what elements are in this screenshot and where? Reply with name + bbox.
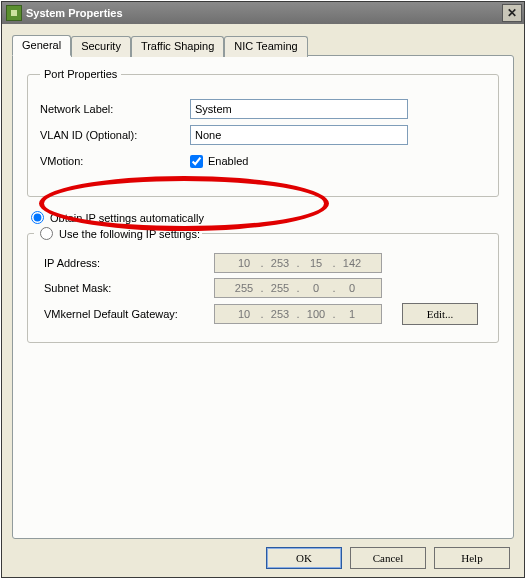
tab-nic-teaming[interactable]: NIC Teaming xyxy=(224,36,307,57)
port-properties-legend: Port Properties xyxy=(40,68,121,80)
window-title: System Properties xyxy=(26,7,123,19)
ok-button[interactable]: OK xyxy=(266,547,342,569)
gateway-field: 10. 253. 100. 1 xyxy=(214,304,382,324)
dialog-window: System Properties ✕ General Security Tra… xyxy=(1,1,525,578)
vmotion-enabled-label: Enabled xyxy=(208,155,248,167)
close-icon[interactable]: ✕ xyxy=(502,4,522,22)
ip-address-field: 10. 253. 15. 142 xyxy=(214,253,382,273)
use-ip-label: Use the following IP settings: xyxy=(59,228,200,240)
tab-security[interactable]: Security xyxy=(71,36,131,57)
app-icon xyxy=(6,5,22,21)
vmotion-label: VMotion: xyxy=(40,155,190,167)
subnet-mask-label: Subnet Mask: xyxy=(34,282,214,294)
port-properties-group: Port Properties Network Label: VLAN ID (… xyxy=(27,68,499,197)
static-ip-group: Use the following IP settings: IP Addres… xyxy=(27,227,499,343)
tab-traffic-shaping[interactable]: Traffic Shaping xyxy=(131,36,224,57)
help-button[interactable]: Help xyxy=(434,547,510,569)
obtain-ip-radio[interactable] xyxy=(31,211,44,224)
obtain-ip-label: Obtain IP settings automatically xyxy=(50,212,204,224)
tab-general[interactable]: General xyxy=(12,35,71,56)
gateway-label: VMkernel Default Gateway: xyxy=(34,308,214,320)
vlan-id-label: VLAN ID (Optional): xyxy=(40,129,190,141)
vlan-id-input[interactable] xyxy=(190,125,408,145)
ip-address-label: IP Address: xyxy=(34,257,214,269)
dialog-buttons: OK Cancel Help xyxy=(12,539,514,569)
edit-gateway-button[interactable]: Edit... xyxy=(402,303,478,325)
use-ip-radio[interactable] xyxy=(40,227,53,240)
tab-pane-general: Port Properties Network Label: VLAN ID (… xyxy=(12,55,514,539)
network-label-label: Network Label: xyxy=(40,103,190,115)
cancel-button[interactable]: Cancel xyxy=(350,547,426,569)
client-area: General Security Traffic Shaping NIC Tea… xyxy=(2,24,524,577)
network-label-input[interactable] xyxy=(190,99,408,119)
subnet-mask-field: 255. 255. 0. 0 xyxy=(214,278,382,298)
vmotion-checkbox[interactable] xyxy=(190,155,203,168)
titlebar: System Properties ✕ xyxy=(2,2,524,24)
tab-bar: General Security Traffic Shaping NIC Tea… xyxy=(12,35,514,56)
